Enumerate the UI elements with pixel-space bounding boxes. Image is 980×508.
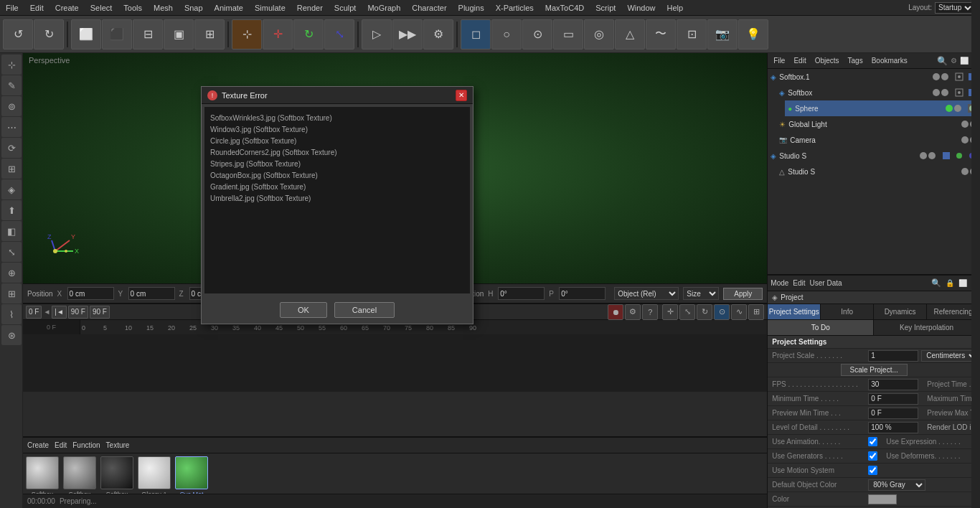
dialog-error-item: Stripes.jpg (Softbox Texture): [210, 159, 464, 170]
dialog-error-item: RoundedCorners2.jpg (Softbox Texture): [210, 147, 464, 159]
dialog-error-item: Window3.jpg (Softbox Texture): [210, 124, 464, 136]
dialog-title-text: Texture Error: [222, 91, 456, 100]
dialog-cancel-btn[interactable]: Cancel: [334, 302, 395, 318]
dialog-close-btn[interactable]: ✕: [456, 90, 467, 101]
dialog-title-bar: ! Texture Error ✕: [202, 87, 473, 104]
dialog-error-item: Gradient.jpg (Softbox Texture): [210, 182, 464, 193]
dialog-content: SofboxWrinkles3.jpg (Softbox Texture) Wi…: [204, 107, 470, 293]
dialog-overlay: ! Texture Error ✕ SofboxWrinkles3.jpg (S…: [0, 0, 980, 508]
texture-error-dialog[interactable]: ! Texture Error ✕ SofboxWrinkles3.jpg (S…: [201, 86, 473, 324]
dialog-error-icon: !: [207, 90, 217, 100]
dialog-error-item: Umbrella2.jpg (Softbox Texture): [210, 193, 464, 204]
dialog-ok-btn[interactable]: OK: [280, 302, 327, 318]
dialog-footer: OK Cancel: [202, 296, 473, 324]
dialog-error-item: OctagonBox.jpg (Softbox Texture): [210, 170, 464, 182]
dialog-error-item: Circle.jpg (Softbox Texture): [210, 136, 464, 147]
dialog-error-item: SofboxWrinkles3.jpg (Softbox Texture): [210, 113, 464, 124]
